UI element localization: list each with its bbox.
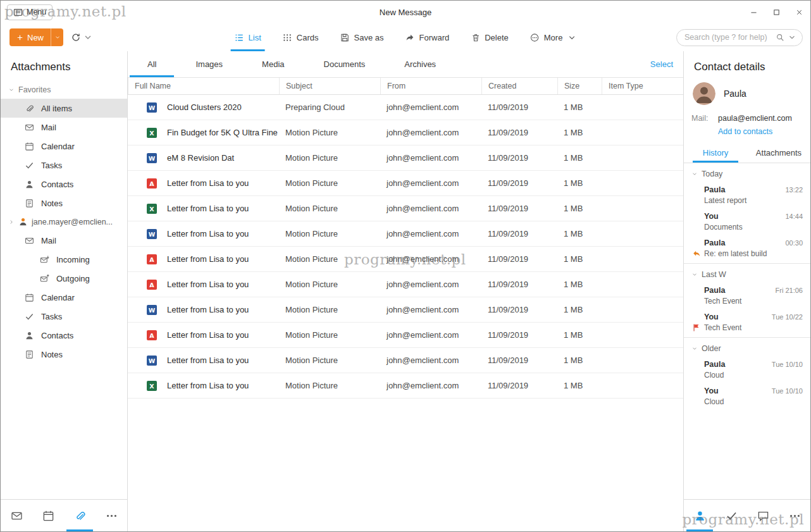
filter-tab[interactable]: All — [128, 51, 176, 77]
history-group-header[interactable]: Older — [684, 338, 810, 356]
column-header[interactable]: Item Type — [602, 78, 683, 94]
history-entry[interactable]: Paula 13:22 Latest report — [684, 181, 810, 207]
close-button[interactable] — [788, 1, 810, 23]
cell-size: 1 MB — [557, 229, 602, 238]
bottom-nav-item[interactable] — [32, 500, 64, 531]
history-entry-top: You Tue 10/10 — [704, 387, 803, 395]
toolbar-action[interactable]: More — [524, 23, 583, 51]
history-entry[interactable]: Paula Tue 10/10 Cloud — [684, 356, 810, 382]
bottom-nav-item[interactable] — [715, 500, 747, 531]
sidebar-item[interactable]: Incoming — [1, 250, 127, 269]
history-entry[interactable]: Paula Fri 21:06 Tech Event — [684, 281, 810, 308]
select-link[interactable]: Select — [650, 59, 683, 69]
history-entries: Paula 13:22 Latest report — [684, 181, 810, 261]
chevron-down-icon[interactable] — [788, 33, 796, 42]
sidebar-item[interactable]: Contacts — [1, 326, 127, 345]
history-group-label: Last W — [702, 270, 726, 279]
history-entry-top: You Tue 10/22 — [704, 312, 803, 321]
bottom-nav-item[interactable] — [96, 500, 127, 531]
contact-tab[interactable]: History — [684, 142, 747, 163]
history-entry[interactable]: You Tue 10/22 Tech Event — [684, 308, 810, 335]
cell-created: 11/09/2019 — [481, 330, 557, 340]
sidebar-item[interactable]: Calendar — [1, 137, 127, 156]
filter-tab[interactable]: Documents — [304, 51, 385, 77]
toolbar-action[interactable]: List — [229, 23, 267, 51]
table-row[interactable]: Letter from Lisa to you Motion Picture j… — [128, 221, 683, 247]
cell-created: 11/09/2019 — [481, 280, 557, 289]
table-row[interactable]: Letter from Lisa to you Motion Picture j… — [128, 171, 683, 196]
search-input[interactable] — [684, 33, 772, 42]
toolbar-action[interactable]: Delete — [465, 23, 514, 51]
bottom-nav-item[interactable] — [747, 500, 779, 531]
table-row[interactable]: Cloud Clusters 2020 Preparing Cloud john… — [128, 95, 683, 120]
history-entry[interactable]: You 14:44 Documents — [684, 207, 810, 234]
file-icon-cell — [128, 305, 164, 315]
new-button[interactable]: New — [9, 28, 51, 46]
history-group-header[interactable]: Today — [684, 163, 810, 181]
word-file-icon — [147, 356, 157, 366]
history-group-header[interactable]: Last W — [684, 264, 810, 281]
history-group-label: Older — [702, 344, 721, 353]
sidebar-item[interactable]: Notes — [1, 345, 127, 364]
filter-tab[interactable]: Archives — [385, 51, 455, 77]
column-header[interactable]: Subject — [279, 78, 380, 94]
toolbar-action[interactable]: Forward — [400, 23, 455, 51]
bottom-nav-item[interactable] — [64, 500, 96, 531]
search-icon[interactable] — [776, 33, 784, 42]
sidebar-item[interactable]: Outgoing — [1, 269, 127, 288]
sidebar-item[interactable]: Calendar — [1, 288, 127, 307]
sidebar-item[interactable]: Tasks — [1, 156, 127, 175]
cell-from: john@emclient.com — [380, 178, 481, 188]
table-row[interactable]: Letter from Lisa to you Motion Picture j… — [128, 272, 683, 297]
filter-tab[interactable]: Images — [176, 51, 242, 77]
maximize-button[interactable] — [765, 1, 788, 23]
toolbar-action[interactable]: Cards — [277, 23, 325, 51]
table-row[interactable]: Letter from Lisa to you Motion Picture j… — [128, 196, 683, 221]
filter-tab[interactable]: Media — [242, 51, 304, 77]
table-row[interactable]: Letter from Lisa to you Motion Picture j… — [128, 348, 683, 373]
table-row[interactable]: Letter from Lisa to you Motion Picture j… — [128, 297, 683, 323]
history-entry[interactable]: Paula 00:30 Re: em latest build — [684, 234, 810, 261]
contact-tab[interactable]: Attachments — [747, 142, 810, 163]
bottom-nav-item[interactable] — [1, 500, 32, 531]
history-time: 14:44 — [785, 213, 803, 220]
minimize-button[interactable] — [742, 1, 765, 23]
contact-tabs: History Attachments — [684, 142, 810, 163]
sidebar-item[interactable]: Mail — [1, 231, 127, 250]
bottom-nav-item[interactable] — [779, 500, 810, 531]
column-header[interactable]: Full Name — [128, 78, 279, 94]
app-window: Menu New Message New — [0, 0, 811, 532]
sidebar-item[interactable]: Notes — [1, 194, 127, 213]
sidebar-group-header-account[interactable]: jane.mayer@emclien... — [1, 213, 127, 231]
history-entries: Paula Tue 10/10 Cloud — [684, 356, 810, 409]
sidebar-item[interactable]: Mail — [1, 118, 127, 137]
column-header[interactable]: From — [380, 78, 481, 94]
column-header[interactable]: Size — [557, 78, 602, 94]
account-items: Mail Incoming Outgoing — [1, 231, 127, 364]
bottom-nav-item[interactable] — [684, 500, 715, 531]
table-row[interactable]: Fin Budget for 5K Q Ultra Fine Motion Pi… — [128, 120, 683, 145]
table-row[interactable]: eM 8 Revision Dat Motion Picture john@em… — [128, 145, 683, 171]
column-header[interactable]: Created — [481, 78, 557, 94]
chevron-down-icon — [83, 32, 93, 42]
new-button-group: New — [9, 28, 63, 46]
add-to-contacts-link[interactable]: Add to contacts — [718, 127, 772, 136]
history-entry-top: Paula 13:22 — [704, 185, 803, 194]
sidebar-item-label: Contacts — [41, 180, 73, 189]
cell-from: john@emclient.com — [380, 229, 481, 238]
sidebar-group-header-favorites[interactable]: Favorites — [1, 81, 127, 99]
menu-button[interactable]: Menu — [7, 4, 53, 20]
sidebar-item[interactable]: Tasks — [1, 307, 127, 326]
toolbar-action[interactable]: Save as — [335, 23, 390, 51]
file-icon-cell — [128, 128, 164, 138]
table-row[interactable]: Letter from Lisa to you Motion Picture j… — [128, 373, 683, 399]
table-row[interactable]: Letter from Lisa to you Motion Picture j… — [128, 323, 683, 348]
sidebar-item[interactable]: Contacts — [1, 175, 127, 194]
table-row[interactable]: Letter from Lisa to you Motion Picture j… — [128, 247, 683, 272]
refresh-button[interactable] — [71, 32, 93, 42]
toolbar-action-label: More — [544, 33, 563, 42]
history-entry[interactable]: You Tue 10/10 Cloud — [684, 382, 810, 409]
sidebar-item[interactable]: All items — [1, 99, 127, 118]
sidebar-item-label: Mail — [41, 236, 56, 245]
new-dropdown-button[interactable] — [51, 28, 63, 46]
